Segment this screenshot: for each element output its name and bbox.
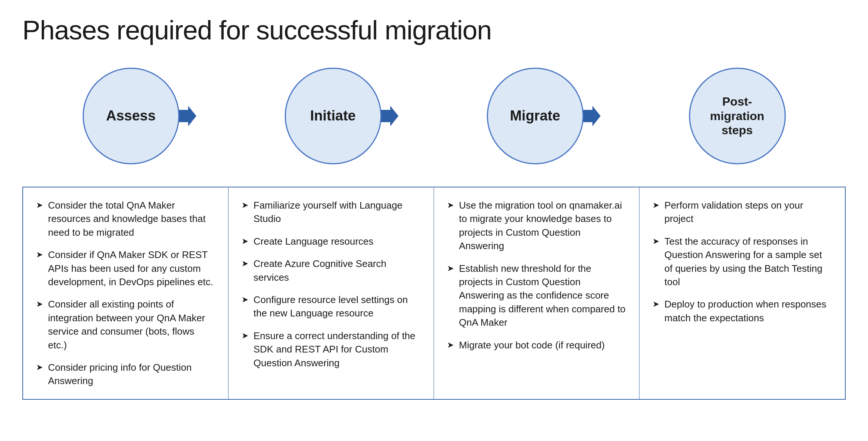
initiate-bullet-text-5: Ensure a correct understanding of the SD… <box>253 329 421 370</box>
initiate-bullet-2: ➤ Create Language resources <box>242 235 421 248</box>
phase-initiate: Initiate <box>281 64 385 168</box>
bullet-arrow-icon: ➤ <box>242 330 248 342</box>
assess-bullet-text-2: Consider if QnA Maker SDK or REST APIs h… <box>48 248 215 289</box>
phases-row: Assess Initiate Migrate Post-migrationst… <box>22 64 846 168</box>
bullet-arrow-icon: ➤ <box>652 236 659 247</box>
phase-migrate: Migrate <box>483 64 587 168</box>
initiate-bullet-3: ➤ Create Azure Cognitive Search services <box>242 257 421 284</box>
bullet-arrow-icon: ➤ <box>36 299 43 310</box>
post-migration-bullet-text-2: Test the accuracy of responses in Questi… <box>664 235 832 289</box>
bullet-arrow-icon: ➤ <box>36 249 43 261</box>
initiate-label: Initiate <box>310 107 355 125</box>
post-migration-bullet-text-1: Perform validation steps on your project <box>664 199 832 226</box>
initiate-bullet-text-3: Create Azure Cognitive Search services <box>253 257 421 284</box>
bullet-arrow-icon: ➤ <box>242 294 248 306</box>
post-migration-bullet-2: ➤ Test the accuracy of responses in Ques… <box>652 235 832 289</box>
migrate-bullet-text-2: Establish new threshold for the projects… <box>459 262 626 329</box>
post-migration-label: Post-migrationsteps <box>710 94 765 137</box>
phase-assess: Assess <box>79 64 183 168</box>
assess-bullet-1: ➤ Consider the total QnA Maker resources… <box>36 199 215 239</box>
initiate-circle: Initiate <box>285 68 382 164</box>
page-title: Phases required for successful migration <box>22 15 846 45</box>
info-grid: ➤ Consider the total QnA Maker resources… <box>22 187 846 400</box>
initiate-info-col: ➤ Familiarize yourself with Language Stu… <box>229 187 434 399</box>
bullet-arrow-icon: ➤ <box>36 200 43 211</box>
migrate-label: Migrate <box>510 107 560 125</box>
bullet-arrow-icon: ➤ <box>242 258 248 270</box>
migrate-bullet-text-1: Use the migration tool on qnamaker.ai to… <box>459 199 626 253</box>
bullet-arrow-icon: ➤ <box>447 263 454 274</box>
bullet-arrow-icon: ➤ <box>242 200 248 211</box>
migrate-bullet-3: ➤ Migrate your bot code (if required) <box>447 338 626 352</box>
bullet-arrow-icon: ➤ <box>447 200 454 211</box>
assess-bullet-4: ➤ Consider pricing info for Question Ans… <box>36 361 215 388</box>
assess-info-col: ➤ Consider the total QnA Maker resources… <box>23 187 229 399</box>
post-migration-circle: Post-migrationsteps <box>689 68 786 164</box>
initiate-bullet-5: ➤ Ensure a correct understanding of the … <box>242 329 421 370</box>
initiate-bullet-1: ➤ Familiarize yourself with Language Stu… <box>242 199 421 226</box>
bullet-arrow-icon: ➤ <box>652 299 659 310</box>
post-migration-bullet-1: ➤ Perform validation steps on your proje… <box>652 199 832 226</box>
assess-circle: Assess <box>83 68 179 164</box>
bullet-arrow-icon: ➤ <box>36 362 43 373</box>
bullet-arrow-icon: ➤ <box>242 236 248 247</box>
initiate-bullet-text-2: Create Language resources <box>253 235 421 248</box>
initiate-bullet-4: ➤ Configure resource level settings on t… <box>242 293 421 320</box>
bullet-arrow-icon: ➤ <box>447 339 454 351</box>
migrate-info-col: ➤ Use the migration tool on qnamaker.ai … <box>434 187 639 399</box>
bullet-arrow-icon: ➤ <box>652 200 659 211</box>
post-migration-info-col: ➤ Perform validation steps on your proje… <box>639 187 845 399</box>
assess-bullet-3: ➤ Consider all existing points of integr… <box>36 297 215 352</box>
migrate-bullet-2: ➤ Establish new threshold for the projec… <box>447 262 626 329</box>
migrate-circle: Migrate <box>487 68 584 164</box>
assess-label: Assess <box>106 107 156 125</box>
post-migration-bullet-text-3: Deploy to production when responses matc… <box>664 297 832 325</box>
assess-bullet-2: ➤ Consider if QnA Maker SDK or REST APIs… <box>36 248 215 289</box>
initiate-bullet-text-4: Configure resource level settings on the… <box>253 293 421 320</box>
assess-bullet-text-3: Consider all existing points of integrat… <box>48 297 215 352</box>
phase-post-migration: Post-migrationsteps <box>685 64 789 168</box>
assess-bullet-text-1: Consider the total QnA Maker resources a… <box>48 199 215 239</box>
post-migration-bullet-3: ➤ Deploy to production when responses ma… <box>652 297 832 325</box>
migrate-bullet-1: ➤ Use the migration tool on qnamaker.ai … <box>447 199 626 253</box>
migrate-bullet-text-3: Migrate your bot code (if required) <box>459 338 626 352</box>
assess-bullet-text-4: Consider pricing info for Question Answe… <box>48 361 215 388</box>
initiate-bullet-text-1: Familiarize yourself with Language Studi… <box>253 199 421 226</box>
